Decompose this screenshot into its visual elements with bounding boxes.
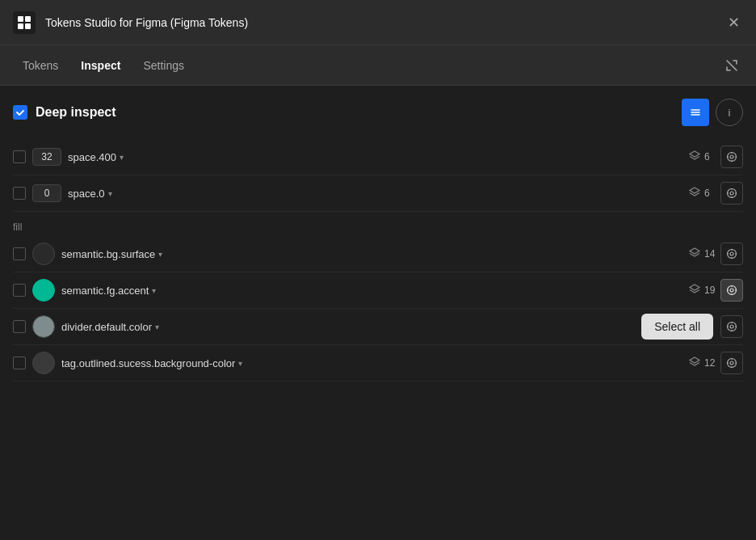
info-button[interactable]: i — [716, 99, 743, 126]
nav-bar: Tokens Inspect Settings — [0, 45, 756, 86]
color-swatch-fill3 — [32, 315, 55, 338]
token-count-area: 6 — [688, 182, 743, 205]
token-value-space400: 32 — [32, 148, 61, 166]
table-row: divider.default.color ▾ 4 — [13, 309, 743, 345]
target-button-fill1[interactable] — [720, 243, 743, 265]
close-button[interactable]: ✕ — [724, 11, 743, 35]
tab-inspect[interactable]: Inspect — [71, 53, 130, 78]
table-row: 0 space.0 ▾ 6 — [13, 175, 743, 212]
token-count-area: 12 — [688, 352, 743, 374]
token-count-area: 14 — [688, 243, 743, 265]
token-count-area: 4 Select all — [688, 315, 743, 338]
row-checkbox-fill1[interactable] — [13, 247, 26, 260]
svg-point-31 — [728, 323, 737, 331]
token-count-space0: 6 — [704, 188, 717, 199]
deep-inspect-title: Deep inspect — [36, 105, 116, 120]
color-swatch-fill4 — [32, 352, 55, 374]
nav-tabs: Tokens Inspect Settings — [13, 53, 194, 78]
svg-point-37 — [728, 359, 737, 368]
svg-point-38 — [730, 361, 733, 365]
chevron-down-icon: ▾ — [238, 359, 242, 368]
token-name-fill1[interactable]: semantic.bg.surface ▾ — [61, 248, 682, 260]
deep-inspect-actions: i — [682, 99, 743, 126]
token-count-fill3: 4 — [704, 321, 717, 332]
color-swatch-fill2 — [32, 279, 55, 302]
layers-icon — [688, 186, 701, 201]
token-name-space0[interactable]: space.0 ▾ — [68, 188, 682, 200]
token-count-area: 6 — [688, 146, 743, 168]
row-checkbox-fill3[interactable] — [13, 320, 26, 333]
expand-button[interactable] — [720, 54, 743, 77]
layers-icon — [688, 247, 701, 262]
token-name-space400[interactable]: space.400 ▾ — [68, 151, 682, 163]
svg-point-26 — [730, 289, 733, 292]
layers-icon — [688, 319, 701, 335]
table-row: semantic.bg.surface ▾ 14 — [13, 236, 743, 272]
chevron-down-icon: ▾ — [155, 323, 159, 331]
table-row: semantic.fg.accent ▾ 19 — [13, 272, 743, 309]
svg-point-32 — [730, 325, 733, 328]
row-checkbox-space0[interactable] — [13, 187, 26, 200]
token-value-space0: 0 — [32, 184, 61, 202]
app-logo — [13, 11, 36, 34]
layers-icon — [688, 283, 701, 298]
main-content: Deep inspect i 32 space.400 ▾ — [0, 86, 756, 540]
layers-icon — [688, 150, 701, 165]
app-title: Tokens Studio for Figma (Figma Tokens) — [45, 16, 248, 29]
chevron-down-icon: ▾ — [108, 189, 112, 198]
target-button-fill2[interactable] — [720, 279, 743, 302]
token-name-fill3[interactable]: divider.default.color ▾ — [61, 321, 682, 333]
list-view-button[interactable] — [682, 99, 709, 126]
token-name-fill4[interactable]: tag.outlined.sucess.background-color ▾ — [61, 357, 682, 369]
deep-inspect-left: Deep inspect — [13, 105, 116, 120]
svg-rect-2 — [18, 23, 23, 29]
svg-point-25 — [728, 286, 737, 295]
target-button-space0[interactable] — [720, 182, 743, 205]
chevron-down-icon: ▾ — [152, 286, 156, 295]
tab-settings[interactable]: Settings — [133, 53, 194, 78]
svg-point-14 — [730, 192, 733, 195]
svg-point-20 — [730, 252, 733, 255]
deep-inspect-header: Deep inspect i — [13, 99, 743, 126]
token-count-fill2: 19 — [704, 285, 717, 296]
title-bar-left: Tokens Studio for Figma (Figma Tokens) — [13, 11, 248, 34]
title-bar: Tokens Studio for Figma (Figma Tokens) ✕ — [0, 0, 756, 45]
token-count-fill4: 12 — [704, 357, 717, 369]
target-button-space400[interactable] — [720, 146, 743, 168]
chevron-down-icon: ▾ — [120, 153, 124, 162]
svg-point-8 — [730, 155, 733, 158]
token-count-area: 19 — [688, 279, 743, 302]
svg-point-19 — [728, 250, 737, 259]
info-icon: i — [729, 107, 731, 119]
table-row: 32 space.400 ▾ 6 — [13, 139, 743, 175]
color-swatch-fill1 — [32, 243, 55, 265]
target-button-fill4[interactable] — [720, 352, 743, 374]
chevron-down-icon: ▾ — [158, 250, 162, 259]
fill-section-label: fill — [13, 212, 743, 236]
target-button-fill3[interactable]: Select all — [720, 315, 743, 338]
row-checkbox-space400[interactable] — [13, 150, 26, 163]
svg-point-7 — [728, 153, 737, 162]
svg-rect-3 — [25, 23, 31, 29]
token-count-fill1: 14 — [704, 248, 717, 259]
tab-tokens[interactable]: Tokens — [13, 53, 68, 78]
deep-inspect-checkbox[interactable] — [13, 105, 27, 120]
table-row: tag.outlined.sucess.background-color ▾ 1… — [13, 345, 743, 382]
token-count-space400: 6 — [704, 151, 717, 162]
svg-point-13 — [728, 189, 737, 198]
token-name-fill2[interactable]: semantic.fg.accent ▾ — [61, 285, 682, 297]
row-checkbox-fill2[interactable] — [13, 284, 26, 297]
layers-icon — [688, 356, 701, 371]
row-checkbox-fill4[interactable] — [13, 356, 26, 369]
svg-rect-0 — [18, 16, 23, 22]
svg-rect-1 — [25, 16, 31, 22]
